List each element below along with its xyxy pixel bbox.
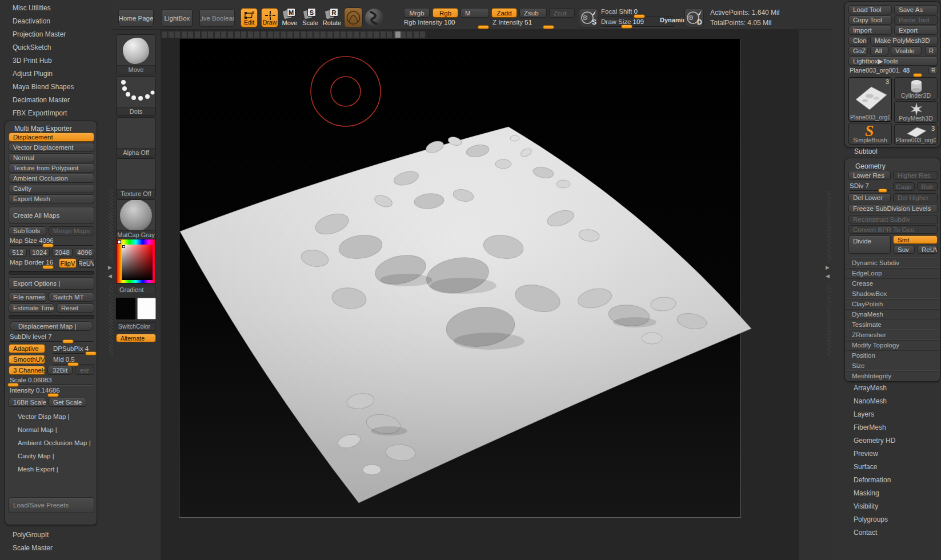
mme-section-header[interactable]: Ambient Occlusion Map | xyxy=(5,439,97,447)
mme-section-header[interactable]: Vector Disp Map | xyxy=(5,413,97,421)
material-selector[interactable]: MatCap Gray xyxy=(116,199,156,239)
goz-button[interactable]: GoZ xyxy=(848,46,868,55)
goz-r-button[interactable]: R xyxy=(925,46,938,55)
estimate-time-button[interactable]: Estimate Time xyxy=(9,303,54,313)
geometry-subsection-header[interactable]: ZRemesher xyxy=(846,329,939,339)
switch-mt-button[interactable]: Switch MT xyxy=(49,293,94,302)
get-scale-button[interactable]: Get Scale xyxy=(49,398,86,407)
paste-tool-button[interactable]: Paste Tool xyxy=(894,15,938,25)
flipv-button[interactable]: FlipV xyxy=(59,258,77,268)
map-size-slider[interactable]: Map Size 4096 xyxy=(10,237,93,246)
geometry-subsection-header[interactable]: Position xyxy=(846,350,939,360)
bit16-scale-button[interactable]: 16Bit Scale xyxy=(9,398,46,407)
geometry-subsection-header[interactable]: MeshIntegrity xyxy=(846,370,939,381)
palette-section-header[interactable]: Layers xyxy=(844,408,940,421)
palette-section-header[interactable]: Polygroups xyxy=(844,513,940,526)
size-1024-button[interactable]: 1024 xyxy=(29,248,50,257)
cylinder3d-thumbnail[interactable]: Cylinder3D xyxy=(894,77,938,100)
map-toggle-button[interactable]: Export Mesh xyxy=(9,194,94,203)
rstr-button[interactable]: Rstr xyxy=(917,182,938,191)
palette-section-header[interactable]: Surface xyxy=(844,461,940,474)
menu-item[interactable]: FBX ExportImport xyxy=(0,107,112,120)
alternate-button[interactable]: Alternate xyxy=(116,334,156,342)
merge-maps-button[interactable]: Merge Maps xyxy=(49,226,94,235)
export-button[interactable]: Export xyxy=(894,26,938,35)
tool-r-button[interactable]: R xyxy=(928,66,938,74)
map-toggle-button[interactable]: Ambient Occlusion xyxy=(9,174,94,183)
geometry-subsection-header[interactable]: Crease xyxy=(846,278,939,288)
current-stroke-button[interactable] xyxy=(365,9,383,27)
menu-item[interactable]: PolyGroupIt xyxy=(0,529,112,542)
goz-all-button[interactable]: All xyxy=(870,46,888,55)
live-boolean-button[interactable]: Live Boolean xyxy=(199,9,235,27)
goz-visible-button[interactable]: Visible xyxy=(891,46,922,55)
simplebrush-thumbnail[interactable]: S SimpleBrush xyxy=(848,123,892,145)
current-brush-button[interactable] xyxy=(344,7,363,28)
sv-square[interactable] xyxy=(122,245,153,280)
divide-button[interactable]: Divide xyxy=(848,235,891,254)
lower-res-button[interactable]: Lower Res xyxy=(848,171,891,180)
mme-section-header[interactable]: Normal Map | xyxy=(5,426,97,434)
sdiv-slider[interactable]: SDiv 7 xyxy=(850,182,890,191)
copy-tool-button[interactable]: Copy Tool xyxy=(848,15,892,25)
palette-section-header[interactable]: NanoMesh xyxy=(844,395,940,408)
dpsubpix-slider[interactable]: DPSubPix 4 xyxy=(53,345,94,354)
map-toggle-button[interactable]: Vector Displacement xyxy=(9,143,94,152)
stroke-selector[interactable]: Dots xyxy=(116,76,156,116)
focal-shift-slider[interactable]: Focal Shift 0 xyxy=(601,8,674,17)
reuv-button[interactable]: ReUV xyxy=(78,258,95,268)
texture-selector[interactable]: Texture Off xyxy=(116,158,156,198)
bit32-button[interactable]: 32Bit xyxy=(47,366,73,375)
load-tool-button[interactable]: Load Tool xyxy=(848,5,892,14)
palette-section-header[interactable]: FiberMesh xyxy=(844,421,940,434)
create-all-maps-button[interactable]: Create All Maps xyxy=(9,207,94,224)
rotate-button[interactable]: R Rotate xyxy=(322,8,342,27)
lightbox-tools-button[interactable]: Lightbox▶Tools xyxy=(848,57,938,66)
geometry-subsection-header[interactable]: ClayPolish xyxy=(846,298,939,309)
geometry-subsection-header[interactable]: Dynamic Subdiv xyxy=(846,257,939,267)
geometry-subsection-header[interactable]: ShadowBox xyxy=(846,288,939,298)
z-intensity-slider[interactable]: Z Intensity 51 xyxy=(492,19,576,27)
edit-button[interactable]: Edit xyxy=(241,8,258,27)
mme-title[interactable]: Multi Map Exporter xyxy=(14,125,72,133)
draw-button[interactable]: Draw xyxy=(261,8,278,27)
menu-item[interactable]: Scale Master xyxy=(0,542,112,555)
palette-section-header[interactable]: ArrayMesh xyxy=(844,382,940,395)
divider-expand-icon[interactable]: ▶ xyxy=(108,265,112,270)
map-toggle-button[interactable]: Normal xyxy=(9,153,94,162)
right-panel-divider[interactable] xyxy=(827,189,831,263)
del-lower-button[interactable]: Del Lower xyxy=(848,193,891,202)
menu-item[interactable]: Maya Blend Shapes xyxy=(0,81,112,94)
palette-section-header[interactable]: Masking xyxy=(844,487,940,500)
divider-collapse-icon[interactable]: ◀ xyxy=(108,273,112,279)
menu-item[interactable]: Decimation Master xyxy=(0,94,112,107)
freeze-subdivision-button[interactable]: Freeze SubDivision Levels xyxy=(848,204,938,213)
reconstruct-subdiv-button[interactable]: Reconstruct Subdiv xyxy=(848,215,938,223)
scale-button[interactable]: S Scale xyxy=(302,8,319,27)
zsub-button[interactable]: Zsub xyxy=(519,8,547,18)
size-4096-button[interactable]: 4096 xyxy=(75,248,94,257)
palette-section-header[interactable]: Deformation xyxy=(844,474,940,487)
subdiv-level-slider[interactable]: SubDiv level 7 xyxy=(10,333,93,342)
palette-section-header[interactable]: Geometry HD xyxy=(844,434,940,447)
exr-button[interactable]: exr xyxy=(75,366,94,375)
palette-section-header[interactable]: Visibility xyxy=(844,500,940,513)
palette-section-header[interactable]: Contact xyxy=(844,526,940,539)
displacement-map-header[interactable]: Displacement Map | xyxy=(10,321,93,331)
reuv-geo-button[interactable]: ReUV xyxy=(917,246,938,254)
cage-button[interactable]: Cage xyxy=(893,182,915,191)
save-as-button[interactable]: Save As xyxy=(894,5,938,14)
reset-button[interactable]: Reset xyxy=(57,303,94,313)
clone-button[interactable]: Clone xyxy=(848,36,868,45)
mid-slider[interactable]: Mid 0.5 xyxy=(53,356,94,365)
del-higher-button[interactable]: Del Higher xyxy=(893,193,938,202)
suv-button[interactable]: Suv xyxy=(893,246,915,254)
menu-item[interactable]: Misc Utilities xyxy=(0,2,112,15)
size-512-button[interactable]: 512 xyxy=(9,248,27,257)
rgb-button[interactable]: Rgb xyxy=(433,8,458,18)
active-tool-thumbnail[interactable]: 3 Plane003_org0 xyxy=(848,77,892,122)
subtools-button[interactable]: SubTools xyxy=(9,226,46,235)
menu-item[interactable]: Adjust Plugin xyxy=(0,67,112,81)
gradient-label[interactable]: Gradient xyxy=(116,286,156,294)
channels-button[interactable]: 3 Channels xyxy=(9,366,45,375)
